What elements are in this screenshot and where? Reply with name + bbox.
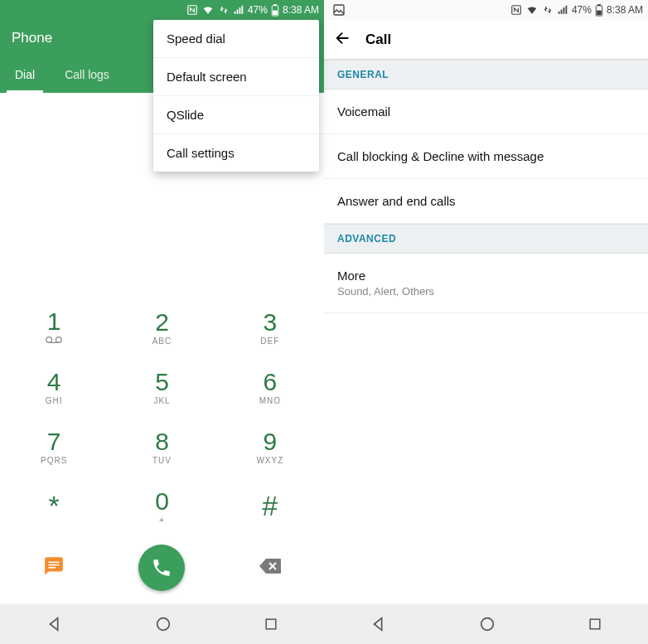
svg-rect-8 [49, 564, 60, 566]
signal-icon [557, 4, 568, 16]
key-star[interactable]: * [0, 477, 108, 536]
image-notification-icon [332, 3, 346, 17]
call-settings-screen: 47% 8:38 AM Call GENERAL Voicemail Call … [324, 0, 648, 644]
battery-icon [595, 4, 603, 17]
page-title: Call [365, 31, 391, 48]
nav-bar [324, 604, 648, 644]
key-1[interactable]: 1 [0, 298, 108, 357]
dialpad: 1 2ABC 3DEF 4GHI 5JKL 6MNO 7PQRS 8TUV 9W… [0, 298, 324, 536]
key-hash[interactable]: # [216, 477, 324, 536]
menu-default-screen[interactable]: Default screen [153, 58, 319, 96]
nav-recents[interactable] [587, 616, 603, 632]
svg-point-17 [481, 618, 493, 631]
setting-more-subtitle: Sound, Alert, Others [337, 285, 635, 298]
overflow-menu: Speed dial Default screen QSlide Call se… [153, 20, 319, 172]
battery-icon [271, 4, 279, 17]
svg-rect-12 [334, 5, 344, 15]
backspace-icon[interactable] [258, 557, 283, 579]
key-6[interactable]: 6MNO [216, 357, 324, 417]
nav-bar [0, 604, 324, 644]
battery-percent: 47% [572, 4, 592, 16]
key-2[interactable]: 2ABC [108, 298, 215, 357]
key-3[interactable]: 3DEF [216, 298, 324, 357]
signal-icon [233, 4, 244, 16]
nav-back[interactable] [370, 615, 388, 633]
setting-voicemail[interactable]: Voicemail [324, 90, 648, 134]
key-9[interactable]: 9WXYZ [216, 417, 324, 477]
phone-app-screen: 47% 8:38 AM Phone Dial Call logs Speed d… [0, 0, 324, 644]
svg-rect-9 [49, 567, 56, 569]
status-bar: 47% 8:38 AM [0, 0, 324, 20]
menu-speed-dial[interactable]: Speed dial [153, 20, 319, 58]
svg-rect-18 [590, 619, 600, 629]
settings-header: Call [324, 20, 648, 60]
menu-qslide[interactable]: QSlide [153, 96, 319, 134]
setting-more-title: More [337, 269, 365, 283]
clock: 8:38 AM [283, 4, 319, 16]
svg-rect-11 [266, 619, 276, 629]
menu-call-settings[interactable]: Call settings [153, 134, 319, 172]
clock: 8:38 AM [607, 4, 643, 16]
tab-dial[interactable]: Dial [0, 56, 50, 93]
svg-rect-7 [49, 562, 60, 564]
tab-call-logs[interactable]: Call logs [50, 56, 124, 93]
svg-rect-3 [273, 10, 278, 15]
svg-point-4 [46, 337, 52, 343]
svg-rect-2 [273, 4, 277, 6]
back-arrow-icon[interactable] [334, 29, 352, 51]
svg-rect-16 [597, 10, 602, 15]
key-0[interactable]: 0+ [108, 477, 215, 536]
battery-percent: 47% [248, 4, 268, 16]
data-icon [218, 4, 230, 16]
wifi-icon [525, 4, 539, 16]
nfc-icon [186, 4, 198, 16]
svg-point-10 [157, 618, 169, 631]
key-4[interactable]: 4GHI [0, 357, 108, 417]
svg-point-5 [56, 337, 62, 343]
key-7[interactable]: 7PQRS [0, 417, 108, 477]
nfc-icon [510, 4, 522, 16]
nav-home[interactable] [478, 615, 496, 633]
data-icon [542, 4, 554, 16]
nav-home[interactable] [154, 615, 172, 633]
call-button[interactable] [138, 545, 185, 591]
section-general: GENERAL [324, 60, 648, 90]
key-8[interactable]: 8TUV [108, 417, 215, 477]
svg-rect-15 [597, 4, 601, 6]
wifi-icon [201, 4, 215, 16]
voicemail-icon [46, 336, 62, 346]
status-bar: 47% 8:38 AM [324, 0, 648, 20]
nav-back[interactable] [46, 615, 64, 633]
section-advanced: ADVANCED [324, 224, 648, 254]
sms-icon[interactable] [43, 555, 65, 580]
nav-recents[interactable] [263, 616, 279, 632]
key-5[interactable]: 5JKL [108, 357, 215, 417]
setting-answer-end[interactable]: Answer and end calls [324, 179, 648, 224]
setting-more[interactable]: More Sound, Alert, Others [324, 254, 648, 313]
setting-call-blocking[interactable]: Call blocking & Decline with message [324, 134, 648, 179]
